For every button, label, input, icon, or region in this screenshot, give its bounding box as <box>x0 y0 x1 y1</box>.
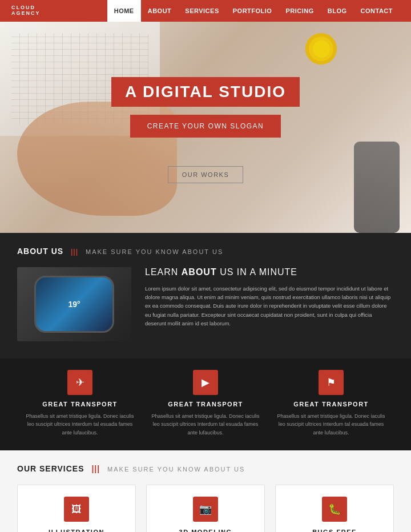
services-grid: 🖼 ILLUSTRATION Lorem ipsum dolor sit ame… <box>17 485 394 532</box>
service-card-0: 🖼 ILLUSTRATION Lorem ipsum dolor sit ame… <box>17 485 136 532</box>
hero-slogan-button[interactable]: CREATE YOUR OWN SLOGAN <box>130 115 281 138</box>
about-learn-title: LEARN ABOUT US IN A MINUTE <box>145 267 394 277</box>
about-learn-rest: US IN A MINUTE <box>220 267 297 277</box>
services-subtitle: MAKE SURE YOU KNOW ABOUT US <box>107 466 245 473</box>
service-card-2: 🐛 BUGS FREE Lorem ipsum dolor sit amet, … <box>275 485 394 532</box>
about-image <box>17 267 131 341</box>
nav-about[interactable]: ABOUT <box>141 0 179 22</box>
features-section: ✈ GREAT TRANSPORT Phasellus sit amet tri… <box>0 358 411 450</box>
services-heading: OUR SERVICES ||| MAKE SURE YOU KNOW ABOU… <box>17 464 394 473</box>
feature-desc-1: Phasellus sit amet tristique ligula. Don… <box>148 412 263 437</box>
about-learn-bold: ABOUT <box>182 267 217 277</box>
about-content: LEARN ABOUT US IN A MINUTE Lorem ipsum d… <box>17 267 394 341</box>
about-body: Lorem ipsum dolor sit amet, consectetur … <box>145 284 394 328</box>
nav-services[interactable]: SERVICES <box>178 0 225 22</box>
feature-item-0: ✈ GREAT TRANSPORT Phasellus sit amet tri… <box>17 370 143 437</box>
about-subtitle: MAKE SURE YOU KNOW ABOUT US <box>86 248 223 255</box>
service-card-1: 📷 3D MODELING Lorem ipsum dolor sit amet… <box>146 485 265 532</box>
feature-item-2: ⚑ GREAT TRANSPORT Phasellus sit amet tri… <box>268 370 394 437</box>
hero-phone-decoration <box>354 142 400 233</box>
nav-contact[interactable]: CONTACT <box>354 0 400 22</box>
feature-icon-0: ✈ <box>67 370 92 395</box>
feature-desc-0: Phasellus sit amet tristique ligula. Don… <box>23 412 137 437</box>
service-icon-1: 📷 <box>193 497 218 522</box>
service-title-1: 3D MODELING <box>156 529 255 532</box>
nav-links: HOME ABOUT SERVICES PORTFOLIO PRICING BL… <box>107 0 400 22</box>
service-title-2: BUGS FREE <box>285 529 384 532</box>
about-heading: ABOUT US ||| MAKE SURE YOU KNOW ABOUT US <box>17 247 394 256</box>
nav-blog[interactable]: BLOG <box>321 0 354 22</box>
feature-desc-2: Phasellus sit amet tristique ligula. Don… <box>274 412 388 437</box>
nav-pricing[interactable]: PRICING <box>279 0 320 22</box>
about-learn-label: LEARN <box>145 267 178 277</box>
services-divider: ||| <box>91 464 100 473</box>
feature-title-1: GREAT TRANSPORT <box>148 401 263 408</box>
nav-home[interactable]: HOME <box>107 0 141 22</box>
brand-logo: CLOUD AGENCY <box>11 5 41 17</box>
service-icon-0: 🖼 <box>64 497 89 522</box>
nav-portfolio[interactable]: PORTFOLIO <box>226 0 279 22</box>
feature-icon-1: ▶ <box>193 370 218 395</box>
about-section: ABOUT US ||| MAKE SURE YOU KNOW ABOUT US… <box>0 233 411 358</box>
hero-works-button[interactable]: OUR WORKS <box>168 166 244 183</box>
hero-title: A DIGITAL STUDIO <box>111 77 300 107</box>
service-title-0: ILLUSTRATION <box>27 529 126 532</box>
feature-title-0: GREAT TRANSPORT <box>23 401 137 408</box>
brand-tagline: AGENCY <box>11 11 41 17</box>
about-divider: ||| <box>71 248 78 256</box>
services-section: OUR SERVICES ||| MAKE SURE YOU KNOW ABOU… <box>0 450 411 532</box>
service-icon-2: 🐛 <box>322 497 347 522</box>
hero-section: A DIGITAL STUDIO CREATE YOUR OWN SLOGAN … <box>0 22 411 233</box>
hero-watch-decoration <box>305 33 337 65</box>
feature-icon-2: ⚑ <box>319 370 344 395</box>
feature-item-1: ▶ GREAT TRANSPORT Phasellus sit amet tri… <box>143 370 268 437</box>
services-heading-text: OUR SERVICES <box>17 464 84 473</box>
navbar: CLOUD AGENCY HOME ABOUT SERVICES PORTFOL… <box>0 0 411 22</box>
about-text: LEARN ABOUT US IN A MINUTE Lorem ipsum d… <box>145 267 394 328</box>
about-heading-text: ABOUT US <box>17 247 63 256</box>
hero-content: A DIGITAL STUDIO CREATE YOUR OWN SLOGAN … <box>111 77 300 184</box>
feature-title-2: GREAT TRANSPORT <box>274 401 388 408</box>
